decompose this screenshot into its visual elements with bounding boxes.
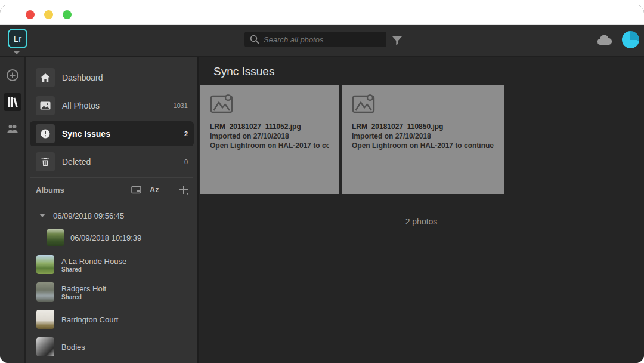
plus-circle-icon — [6, 69, 19, 82]
sidebar: Dashboard All Photos 1031 — [26, 57, 199, 363]
library-books-icon — [5, 95, 20, 109]
album-thumbnail — [36, 337, 54, 356]
shared-badge: Shared — [61, 294, 106, 300]
trash-icon — [36, 152, 55, 171]
sidebar-item-dashboard[interactable]: Dashboard — [30, 65, 194, 90]
module-rail — [0, 57, 26, 363]
filter-icon[interactable] — [391, 34, 404, 47]
sort-albums-button[interactable]: Az — [150, 186, 159, 194]
card-filename: LRM_20181027_110850.jpg — [352, 122, 495, 131]
add-album-button[interactable] — [178, 184, 189, 195]
sidebar-item-label: Sync Issues — [62, 129, 184, 139]
sync-issue-card[interactable]: LRM_20181027_110850.jpg Imported on 27/1… — [342, 85, 504, 194]
sidebar-item-label: All Photos — [62, 101, 174, 110]
card-import-date: Imported on 27/10/2018 — [352, 131, 495, 141]
album-row[interactable]: A La Ronde House Shared — [26, 251, 197, 278]
album-row[interactable]: Bodies — [26, 333, 197, 361]
alert-icon — [36, 124, 55, 143]
chevron-down-icon[interactable] — [14, 51, 20, 54]
sidebar-item-label: Deleted — [62, 157, 184, 167]
album-title: 06/09/2018 10:19:39 — [70, 233, 141, 242]
photos-icon — [36, 96, 55, 115]
add-photos-button[interactable] — [4, 66, 21, 84]
photo-count-badge: 1031 — [174, 102, 188, 109]
album-folder-row[interactable]: 06/09/2018 09:56:45 — [26, 207, 197, 224]
titlebar — [0, 5, 644, 25]
sync-issues-count-badge: 2 — [184, 130, 188, 137]
photos-count-label: 2 photos — [199, 217, 644, 226]
app-window: Lr — [0, 5, 644, 363]
sync-issue-card[interactable]: LRM_20181027_111052.jpg Imported on 27/1… — [200, 85, 339, 194]
album-title: Bodies — [61, 343, 85, 352]
missing-image-icon — [210, 93, 234, 113]
shared-badge: Shared — [61, 266, 126, 273]
album-row[interactable]: Badgers Holt Shared — [26, 278, 197, 306]
deleted-count-badge: 0 — [184, 158, 188, 165]
avatar[interactable] — [622, 31, 639, 48]
top-chrome-bar: Lr — [0, 25, 644, 57]
card-filename: LRM_20181027_111052.jpg — [210, 122, 329, 131]
cloud-sync-icon[interactable] — [596, 33, 612, 48]
lightroom-logo[interactable]: Lr — [8, 29, 27, 48]
albums-section-title: Albums — [36, 186, 123, 195]
home-icon — [36, 68, 55, 87]
sidebar-item-deleted[interactable]: Deleted 0 — [30, 149, 194, 174]
card-sync-message: Open Lightroom on HAL-2017 to continue s… — [210, 141, 329, 150]
album-thumbnail — [36, 282, 54, 302]
missing-image-icon — [352, 93, 376, 113]
main-panel: Sync Issues LRM_20181027_111052.jpg Impo… — [199, 57, 644, 363]
album-row[interactable]: 06/09/2018 10:19:39 — [26, 224, 197, 251]
minimize-button[interactable] — [44, 10, 53, 19]
album-title: A La Ronde House — [61, 257, 126, 266]
album-folder-label: 06/09/2018 09:56:45 — [53, 211, 124, 220]
zoom-button[interactable] — [63, 10, 72, 19]
album-thumbnail — [47, 229, 64, 246]
new-collection-button[interactable] — [131, 186, 141, 194]
sync-issue-grid: LRM_20181027_111052.jpg Imported on 27/1… — [200, 85, 644, 194]
album-row[interactable]: Barrington Court — [26, 306, 197, 333]
lightroom-logo-label: Lr — [14, 33, 21, 44]
album-title: Badgers Holt — [61, 284, 106, 293]
albums-header: Albums Az — [26, 178, 197, 202]
album-thumbnail — [36, 255, 54, 274]
page-title: Sync Issues — [213, 65, 644, 78]
close-button[interactable] — [26, 10, 35, 19]
album-title: Barrington Court — [61, 315, 118, 324]
content-row: Dashboard All Photos 1031 — [0, 57, 644, 363]
sidebar-item-sync-issues[interactable]: Sync Issues 2 — [30, 121, 194, 146]
card-sync-message: Open Lightroom on HAL-2017 to continue s… — [352, 141, 495, 150]
search-icon — [249, 34, 260, 45]
sidebar-item-all-photos[interactable]: All Photos 1031 — [30, 93, 194, 118]
library-tab[interactable] — [4, 93, 21, 111]
search-input[interactable] — [264, 35, 382, 44]
people-tab[interactable] — [4, 120, 21, 138]
search-box[interactable] — [244, 32, 386, 47]
expand-toggle-icon[interactable] — [39, 214, 45, 217]
album-thumbnail — [36, 310, 54, 329]
card-import-date: Imported on 27/10/2018 — [210, 131, 329, 141]
people-icon — [5, 122, 20, 136]
sidebar-item-label: Dashboard — [62, 73, 188, 82]
